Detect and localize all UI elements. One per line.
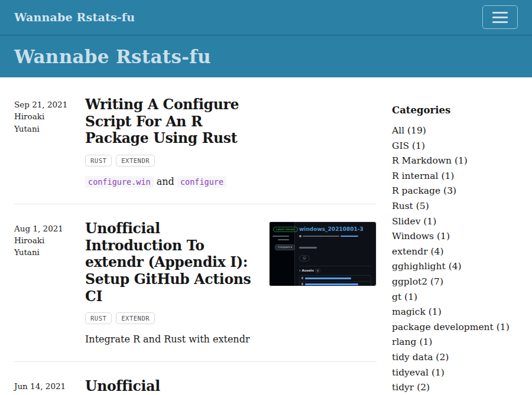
file-icon: [301, 283, 303, 285]
tag-chip: EXTENDR: [116, 155, 155, 167]
category-link[interactable]: Windows (1): [392, 229, 518, 244]
category-link[interactable]: ggplot2 (7): [392, 275, 518, 290]
post-date: Sep 21, 2021: [14, 99, 85, 110]
assets-header: ▾ Assets 4: [299, 266, 371, 273]
post-author: Hiroaki Yutani: [14, 110, 61, 135]
thumb-muted-line: [303, 236, 339, 237]
inline-code: configure.win: [85, 176, 154, 188]
release-run-line: [299, 240, 371, 251]
post-body: Unofficial Introduction To extendr (3): …: [85, 378, 377, 395]
post-body: Unofficial Introduction To extendr (Appe…: [85, 220, 377, 347]
post-title-link[interactable]: Unofficial Introduction To extendr (3): …: [85, 378, 261, 395]
category-link[interactable]: R package (3): [392, 184, 518, 199]
post-meta: Aug 1, 2021 Hiroaki Yutani: [14, 220, 85, 347]
post-author: Hiroaki Yutani: [14, 393, 61, 395]
thumb-muted-line: [299, 247, 317, 249]
chevron-down-icon: ▾: [299, 269, 301, 272]
post-date: Jun 14, 2021: [14, 380, 85, 392]
title-thumbnail-row: Unofficial Introduction To extendr (Appe…: [85, 220, 377, 305]
post-author: Hiroaki Yutani: [14, 234, 61, 259]
post-meta: Sep 21, 2021 Hiroaki Yutani: [14, 96, 85, 189]
inline-code: configure: [177, 176, 226, 188]
category-link[interactable]: Rust (5): [392, 199, 518, 214]
post-description: Integrate R and Rust with extendr: [85, 332, 377, 347]
avatar: [299, 235, 301, 237]
categories-sidebar: Categories All (19) GIS (1) R Markdown (…: [392, 96, 518, 395]
post-meta: Jun 14, 2021 Hiroaki Yutani: [14, 378, 85, 395]
thumb-muted-line: [273, 236, 289, 237]
category-link[interactable]: gt (1): [392, 290, 518, 305]
assets-label: Assets: [302, 269, 314, 272]
category-link[interactable]: gghighlight (4): [392, 259, 518, 275]
category-list: All (19) GIS (1) R Markdown (1) R intern…: [392, 123, 518, 395]
hamburger-icon: [492, 12, 508, 23]
category-link[interactable]: extendr (4): [392, 244, 518, 260]
category-link[interactable]: package development (1): [392, 320, 518, 335]
category-link[interactable]: GIS (1): [392, 139, 518, 154]
release-title: windows_20210801-3: [299, 226, 371, 232]
menu-toggle-button[interactable]: [482, 5, 518, 29]
post-date: Aug 1, 2021: [14, 223, 85, 234]
release-meta-line: [299, 235, 371, 237]
tag-chip: RUST: [85, 155, 112, 167]
asset-row: [300, 281, 371, 286]
thumb-release-main: windows_20210801-3 ☺ ▾: [294, 222, 376, 286]
categories-heading: Categories: [392, 105, 518, 116]
category-link[interactable]: R internal (1): [392, 169, 518, 184]
post-body: Writing A Configure Script For An R Pack…: [85, 96, 377, 189]
category-link[interactable]: tidyr (2): [392, 380, 518, 395]
main-content: Sep 21, 2021 Hiroaki Yutani Writing A Co…: [0, 77, 532, 395]
category-link[interactable]: R Markdown (1): [392, 154, 518, 169]
tag-list: RUST EXTENDR: [85, 312, 377, 324]
tag-chip: EXTENDR: [116, 312, 155, 324]
file-icon: [301, 277, 303, 279]
asset-row: [300, 276, 371, 281]
category-link[interactable]: magick (1): [392, 305, 518, 320]
description-text: and: [154, 176, 177, 187]
tag-chip: RUST: [85, 312, 112, 324]
thumb-muted-line: [278, 239, 289, 241]
page-title: Wannabe Rstats-fu: [14, 46, 211, 67]
top-navbar: Wannabe Rstats-fu: [0, 0, 532, 34]
post-item: Aug 1, 2021 Hiroaki Yutani Unofficial In…: [14, 204, 377, 362]
assets-count-badge: 4: [315, 269, 320, 273]
post-list: Sep 21, 2021 Hiroaki Yutani Writing A Co…: [14, 96, 377, 395]
category-link[interactable]: tidy data (2): [392, 350, 518, 365]
thumb-release-sidebar: Latest release Compare ▾: [270, 222, 295, 286]
assets-list: Source code (zip) Source code (tar.gz): [299, 275, 371, 286]
category-link[interactable]: tidyeval (1): [392, 365, 518, 381]
tag-list: RUST EXTENDR: [85, 155, 377, 167]
thumb-muted-line: [340, 236, 358, 237]
navbar-brand-link[interactable]: Wannabe Rstats-fu: [14, 11, 135, 24]
asset-link-line: [305, 278, 351, 279]
post-title-link[interactable]: Unofficial Introduction To extendr (Appe…: [85, 220, 261, 305]
post-description: configure.win and configure: [85, 175, 377, 189]
category-link[interactable]: Slidev (1): [392, 214, 518, 230]
reaction-button: ☺: [299, 255, 310, 262]
category-link[interactable]: rlang (1): [392, 335, 518, 350]
site-header: Wannabe Rstats-fu: [0, 34, 532, 77]
compare-button: Compare ▾: [275, 244, 295, 250]
asset-link-line: [305, 283, 358, 285]
post-thumbnail[interactable]: Latest release Compare ▾ windows_2021080…: [269, 221, 377, 286]
post-title-link[interactable]: Writing A Configure Script For An R Pack…: [85, 96, 261, 147]
post-item: Jun 14, 2021 Hiroaki Yutani Unofficial I…: [14, 362, 377, 395]
category-link[interactable]: All (19): [392, 123, 518, 139]
post-item: Sep 21, 2021 Hiroaki Yutani Writing A Co…: [14, 96, 377, 204]
